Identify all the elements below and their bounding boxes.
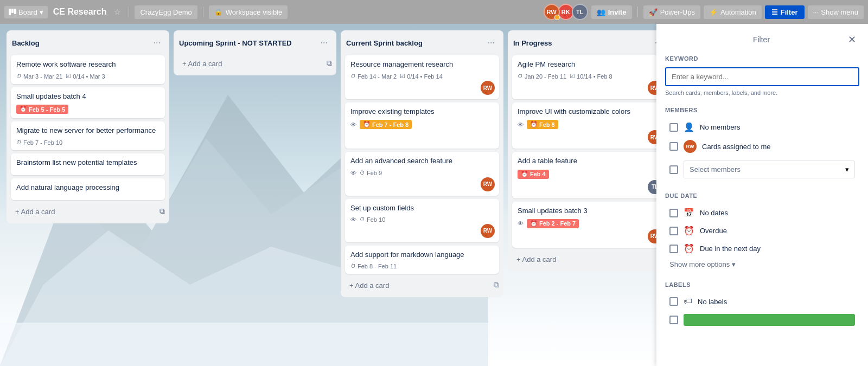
board-button[interactable]: Board ▾ xyxy=(4,6,48,18)
keyword-input[interactable] xyxy=(665,67,859,86)
card-search-feature[interactable]: Add an advanced search feature 👁 ⏱ Feb 9… xyxy=(345,152,499,195)
card-meta: ⏱ Feb 8 - Feb 11 xyxy=(350,263,494,269)
filter-section-members-title: Members xyxy=(665,107,859,113)
card-title: Add support for markdown language xyxy=(350,250,494,260)
no-labels-label: No labels xyxy=(698,298,727,306)
card-resource-mgmt[interactable]: Resource management research ⏱ Feb 14 - … xyxy=(345,55,499,99)
card-title: Small updates batch 4 xyxy=(16,92,159,101)
clock-icon: ⏱ xyxy=(518,73,523,79)
filter-select-members[interactable]: Select members ▾ xyxy=(665,157,859,182)
checkbox-green-label[interactable] xyxy=(669,316,678,324)
automation-label: Automation xyxy=(720,8,756,16)
clock-icon: ⏰ xyxy=(20,106,27,113)
card-checklist: ☑ 0/14 • Feb 14 xyxy=(400,73,443,80)
workspace-button[interactable]: 🔒 Workspace visible xyxy=(209,5,288,19)
filter-no-members[interactable]: 👤 No members xyxy=(665,119,859,136)
clock-icon: ⏱ xyxy=(350,263,356,269)
checkbox-select-members[interactable] xyxy=(669,165,678,174)
avatar-group: RW RK TL xyxy=(544,4,588,20)
filter-button[interactable]: ☰ Filter xyxy=(765,5,805,19)
divider3 xyxy=(637,7,638,17)
card-custom-fields[interactable]: Set up custom fields 👁 ⏱ Feb 10 RW xyxy=(345,199,499,242)
show-menu-button[interactable]: ··· Show menu xyxy=(808,5,864,19)
invite-label: Invite xyxy=(608,8,627,16)
automation-button[interactable]: ⚡ Automation xyxy=(704,5,762,19)
card-brainstorm[interactable]: Brainstorm list new potential templates xyxy=(11,153,165,175)
copy-icon2: ⧉ xyxy=(327,59,332,68)
add-card-backlog[interactable]: + Add a card xyxy=(11,204,159,219)
card-date: ⏱ Feb 9 xyxy=(360,170,382,176)
workspace-label: Workspace visible xyxy=(226,8,283,16)
eye-icon: 👁 xyxy=(350,216,356,223)
checkbox-overdue[interactable] xyxy=(669,227,678,235)
show-more-options-button[interactable]: Show more options ▾ xyxy=(665,258,740,271)
avatar-tl[interactable]: TL xyxy=(572,4,588,20)
checkbox-no-members[interactable] xyxy=(669,123,678,132)
card-meta: 👁 ⏱ Feb 9 xyxy=(350,170,494,176)
checkbox-due-next-day[interactable] xyxy=(669,245,678,253)
add-card-progress[interactable]: + Add a card xyxy=(512,252,661,267)
checkbox-no-dates[interactable] xyxy=(669,209,678,217)
badge-yellow: ⏰ Feb 8 xyxy=(527,120,558,129)
card-migrate-server[interactable]: Migrate to new server for better perform… xyxy=(11,121,165,150)
card-meta: 👁 ⏰ Feb 7 - Feb 8 xyxy=(350,120,494,129)
card-title: Set up custom fields xyxy=(350,203,494,213)
card-improve-ui[interactable]: Improve UI with customizable colors 👁 ⏰ … xyxy=(512,102,666,149)
card-date: ⏱ Feb 8 - Feb 11 xyxy=(350,263,397,269)
card-date: ⏱ Feb 14 - Mar 2 xyxy=(350,73,397,80)
card-nlp[interactable]: Add natural language processing xyxy=(11,178,165,200)
list-menu-backlog[interactable]: ··· xyxy=(150,37,164,49)
list-title-progress: In Progress xyxy=(513,39,652,47)
close-filter-panel-button[interactable]: ✕ xyxy=(845,33,859,47)
power-ups-button[interactable]: 🚀 Power-Ups xyxy=(643,5,700,19)
card-title: Brainstorm list new potential templates xyxy=(16,158,159,168)
filter-due-next-day[interactable]: ⏰ Due in the next day xyxy=(665,240,859,257)
demo-button[interactable]: CrazyEgg Demo xyxy=(135,5,197,19)
list-menu-current[interactable]: ··· xyxy=(484,37,498,49)
add-card-upcoming[interactable]: + Add a card xyxy=(178,56,327,71)
avatar-rw-filter: RW xyxy=(684,140,697,153)
chevron-down-icon: ▾ xyxy=(845,165,849,174)
filter-members-section: Members 👤 No members RW Cards assigned t… xyxy=(665,107,859,182)
board-icon xyxy=(9,9,16,15)
filter-overdue[interactable]: ⏰ Overdue xyxy=(665,222,859,239)
card-title: Improve existing templates xyxy=(350,107,494,117)
card-checklist: ☑ 10/14 • Feb 8 xyxy=(570,73,612,80)
card-improve-templates[interactable]: Improve existing templates 👁 ⏰ Feb 7 - F… xyxy=(345,102,499,149)
filter-no-labels[interactable]: 🏷 No labels xyxy=(665,293,859,310)
list-title-upcoming: Upcoming Sprint - NOT STARTED xyxy=(179,39,317,47)
card-small-updates-4[interactable]: Small updates batch 4 ⏰ Feb 5 - Feb 5 xyxy=(11,87,165,118)
filter-green-label[interactable] xyxy=(665,311,859,329)
keyword-hint: Search cards, members, labels, and more. xyxy=(665,89,859,96)
list-title-backlog: Backlog xyxy=(12,39,150,47)
invite-button[interactable]: 👥 Invite xyxy=(591,5,632,19)
star-button[interactable]: ☆ xyxy=(112,7,123,17)
no-dates-label: No dates xyxy=(700,209,728,217)
filter-assigned-to-me[interactable]: RW Cards assigned to me xyxy=(665,137,859,156)
checkbox-no-labels[interactable] xyxy=(669,297,678,306)
list-menu-upcoming[interactable]: ··· xyxy=(317,37,331,49)
eye-icon: 👁 xyxy=(518,121,524,128)
topbar-right: RW RK TL 👥 Invite 🚀 Power-Ups ⚡ Automati… xyxy=(544,4,864,20)
avatar-rw[interactable]: RW xyxy=(544,4,560,20)
list-header-current: Current Sprint backlog ··· xyxy=(345,35,499,51)
card-agile-pm[interactable]: Agile PM research ⏱ Jan 20 - Feb 11 ☑ 10… xyxy=(512,55,666,99)
card-markdown[interactable]: Add support for markdown language ⏱ Feb … xyxy=(345,246,499,274)
checkbox-assigned[interactable] xyxy=(669,142,678,151)
card-remote-work[interactable]: Remote work software research ⏱ Mar 3 - … xyxy=(11,55,165,84)
select-members-dropdown[interactable]: Select members ▾ xyxy=(684,160,855,178)
add-card-current[interactable]: + Add a card xyxy=(345,278,494,293)
board-area: Backlog ··· Remote work software researc… xyxy=(0,24,868,366)
checklist-icon: ☑ xyxy=(570,73,575,80)
filter-no-dates[interactable]: 📅 No dates xyxy=(665,204,859,221)
card-small-updates-3[interactable]: Small updates batch 3 👁 ⏰ Feb 2 - Feb 7 … xyxy=(512,202,666,248)
card-title: Add a table feature xyxy=(518,156,661,166)
card-title: Small updates batch 3 xyxy=(518,206,661,216)
clock-icon: ⏱ xyxy=(16,73,22,79)
card-table-feature[interactable]: Add a table feature ⏰ Feb 4 TL xyxy=(512,152,666,198)
card-avatar: RW xyxy=(481,177,495,191)
card-title: Agile PM research xyxy=(518,60,661,69)
due-next-day-label: Due in the next day xyxy=(700,245,761,253)
checklist-icon: ☑ xyxy=(400,73,405,80)
dots-icon: ··· xyxy=(813,8,819,16)
